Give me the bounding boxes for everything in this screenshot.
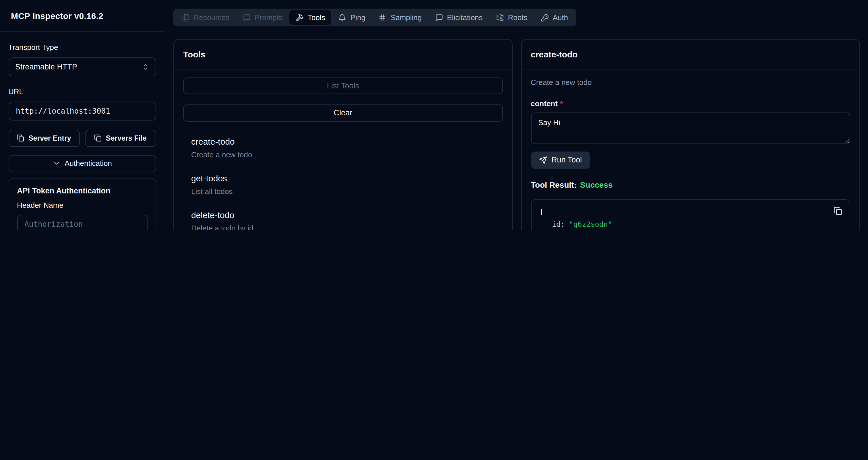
message-square-icon xyxy=(243,13,251,22)
bell-icon xyxy=(338,13,346,22)
chevrons-up-down-icon xyxy=(142,63,149,71)
tool-result-label: Tool Result: xyxy=(531,180,577,189)
authentication-toggle-label: Authentication xyxy=(65,159,112,168)
json-open-brace: { xyxy=(539,205,841,218)
sidebar: MCP Inspector v0.16.2 Transport Type Str… xyxy=(0,0,165,230)
tool-detail-panel: create-todo Create a new todo content* S… xyxy=(521,39,860,230)
api-token-card: API Token Authentication Header Name Bea… xyxy=(8,178,156,230)
required-asterisk: * xyxy=(560,99,563,108)
tab-label: Prompts xyxy=(255,13,282,22)
run-tool-label: Run Tool xyxy=(551,156,582,164)
tool-result-line: Tool Result:Success xyxy=(531,180,850,189)
tab-label: Roots xyxy=(508,13,528,22)
tool-result-status: Success xyxy=(580,180,613,189)
key-icon xyxy=(541,13,549,22)
header-name-input[interactable] xyxy=(17,215,148,230)
transport-type-value: Streamable HTTP xyxy=(15,63,77,71)
content-field-input[interactable]: Say Hi xyxy=(531,112,850,144)
main-area: Resources Prompts Tools Ping Sampling El… xyxy=(165,0,868,230)
tool-name: create-todo xyxy=(191,136,503,146)
tool-list-item[interactable]: create-todo Create a new todo xyxy=(183,136,503,159)
authentication-toggle[interactable]: Authentication xyxy=(8,155,156,172)
tab-label: Tools xyxy=(308,13,325,22)
hash-icon xyxy=(379,13,386,22)
transport-type-select[interactable]: Streamable HTTP xyxy=(8,57,156,76)
folder-tree-icon xyxy=(496,13,504,22)
sidebar-header: MCP Inspector v0.16.2 xyxy=(0,0,164,32)
tool-list-item[interactable]: get-todos List all todos xyxy=(183,173,503,196)
list-tools-button[interactable]: List Tools xyxy=(183,77,503,94)
tab-sampling[interactable]: Sampling xyxy=(372,10,428,25)
json-rows: id:"q6z2sodn" content:"Say Hi" ownerId:"… xyxy=(544,218,841,230)
tools-panel-title: Tools xyxy=(183,49,206,59)
tool-name: delete-todo xyxy=(191,210,503,220)
url-input[interactable] xyxy=(8,102,156,121)
server-entry-label: Server Entry xyxy=(28,134,71,142)
run-tool-button[interactable]: Run Tool xyxy=(531,151,590,168)
content-field-label: content* xyxy=(531,99,850,108)
tool-description: List all todos xyxy=(191,187,503,196)
clear-button[interactable]: Clear xyxy=(183,104,503,121)
send-icon xyxy=(539,156,547,164)
tool-detail-header: create-todo xyxy=(522,39,859,69)
tool-result-json: { id:"q6z2sodn" content:"Say Hi" ownerId… xyxy=(531,199,850,230)
tool-detail-title: create-todo xyxy=(531,49,578,59)
header-name-label: Header Name xyxy=(17,201,148,210)
json-entry: id:"q6z2sodn" xyxy=(552,218,841,230)
copy-icon xyxy=(833,207,842,215)
mcp-inspector-app: MCP Inspector v0.16.2 Transport Type Str… xyxy=(0,0,868,230)
tools-panel-body: List Tools Clear create-todo Create a ne… xyxy=(174,69,512,230)
tab-roots[interactable]: Roots xyxy=(490,10,534,25)
tool-detail-body: Create a new todo content* Say Hi Run To… xyxy=(522,69,859,230)
app-title: MCP Inspector v0.16.2 xyxy=(11,11,103,21)
tab-auth[interactable]: Auth xyxy=(534,10,575,25)
tools-panel-header: Tools xyxy=(174,39,512,69)
server-entry-button[interactable]: Server Entry xyxy=(8,130,80,146)
tool-list-item[interactable]: delete-todo Delete a todo by id xyxy=(183,210,503,230)
hammer-icon xyxy=(296,13,304,22)
tab-elicitations[interactable]: Elicitations xyxy=(429,10,489,25)
tab-prompts[interactable]: Prompts xyxy=(236,10,289,25)
sidebar-body: Transport Type Streamable HTTP URL Serve… xyxy=(0,32,164,230)
tab-label: Elicitations xyxy=(447,13,483,22)
tab-label: Resources xyxy=(194,13,229,22)
copy-icon xyxy=(94,135,102,142)
message-square-icon xyxy=(435,13,443,22)
tool-description: Create a new todo xyxy=(191,150,503,159)
server-buttons-row: Server Entry Servers File xyxy=(8,130,156,146)
url-label: URL xyxy=(8,87,156,96)
servers-file-button[interactable]: Servers File xyxy=(85,130,156,146)
tools-panel: Tools List Tools Clear create-todo Creat… xyxy=(174,39,513,230)
tab-label: Sampling xyxy=(391,13,422,22)
files-icon xyxy=(182,13,190,22)
api-token-heading: API Token Authentication xyxy=(17,187,148,196)
servers-file-label: Servers File xyxy=(106,134,147,142)
copy-icon xyxy=(17,135,24,142)
tab-tools[interactable]: Tools xyxy=(289,10,332,25)
copy-result-button[interactable] xyxy=(833,207,842,215)
tool-name: get-todos xyxy=(191,173,503,184)
tool-description: Delete a todo by id xyxy=(191,224,503,230)
tool-detail-description: Create a new todo xyxy=(531,78,850,87)
tab-ping[interactable]: Ping xyxy=(332,10,372,25)
tab-resources[interactable]: Resources xyxy=(175,10,236,25)
tab-bar: Resources Prompts Tools Ping Sampling El… xyxy=(174,9,577,26)
chevron-down-icon xyxy=(53,160,60,167)
transport-type-label: Transport Type xyxy=(8,43,156,52)
tab-label: Ping xyxy=(350,13,365,22)
tab-label: Auth xyxy=(553,13,568,22)
